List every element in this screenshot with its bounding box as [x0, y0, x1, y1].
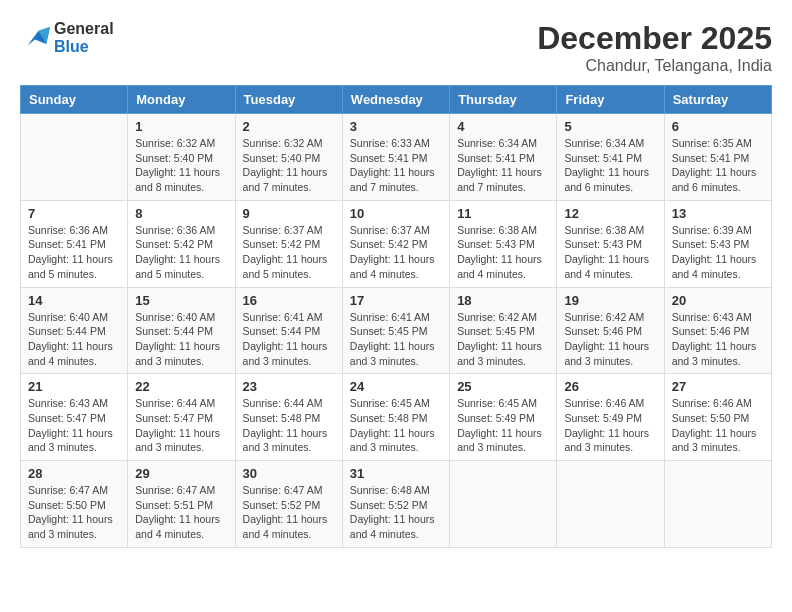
calendar-cell: 13Sunrise: 6:39 AM Sunset: 5:43 PM Dayli…	[664, 200, 771, 287]
calendar-cell: 28Sunrise: 6:47 AM Sunset: 5:50 PM Dayli…	[21, 461, 128, 548]
cell-info: Sunrise: 6:33 AM Sunset: 5:41 PM Dayligh…	[350, 136, 442, 195]
cell-info: Sunrise: 6:35 AM Sunset: 5:41 PM Dayligh…	[672, 136, 764, 195]
cell-info: Sunrise: 6:34 AM Sunset: 5:41 PM Dayligh…	[564, 136, 656, 195]
cell-info: Sunrise: 6:41 AM Sunset: 5:45 PM Dayligh…	[350, 310, 442, 369]
cell-info: Sunrise: 6:43 AM Sunset: 5:47 PM Dayligh…	[28, 396, 120, 455]
cell-info: Sunrise: 6:39 AM Sunset: 5:43 PM Dayligh…	[672, 223, 764, 282]
day-number: 18	[457, 293, 549, 308]
cell-info: Sunrise: 6:45 AM Sunset: 5:48 PM Dayligh…	[350, 396, 442, 455]
col-wednesday: Wednesday	[342, 86, 449, 114]
col-friday: Friday	[557, 86, 664, 114]
day-number: 6	[672, 119, 764, 134]
calendar-body: 1Sunrise: 6:32 AM Sunset: 5:40 PM Daylig…	[21, 114, 772, 548]
calendar-cell: 3Sunrise: 6:33 AM Sunset: 5:41 PM Daylig…	[342, 114, 449, 201]
calendar-cell: 20Sunrise: 6:43 AM Sunset: 5:46 PM Dayli…	[664, 287, 771, 374]
day-number: 24	[350, 379, 442, 394]
day-number: 2	[243, 119, 335, 134]
calendar-cell: 29Sunrise: 6:47 AM Sunset: 5:51 PM Dayli…	[128, 461, 235, 548]
calendar-header: Sunday Monday Tuesday Wednesday Thursday…	[21, 86, 772, 114]
cell-info: Sunrise: 6:38 AM Sunset: 5:43 PM Dayligh…	[564, 223, 656, 282]
calendar-cell	[557, 461, 664, 548]
day-number: 14	[28, 293, 120, 308]
calendar-cell: 9Sunrise: 6:37 AM Sunset: 5:42 PM Daylig…	[235, 200, 342, 287]
col-tuesday: Tuesday	[235, 86, 342, 114]
cell-info: Sunrise: 6:43 AM Sunset: 5:46 PM Dayligh…	[672, 310, 764, 369]
calendar-cell: 30Sunrise: 6:47 AM Sunset: 5:52 PM Dayli…	[235, 461, 342, 548]
day-number: 15	[135, 293, 227, 308]
cell-info: Sunrise: 6:41 AM Sunset: 5:44 PM Dayligh…	[243, 310, 335, 369]
calendar-cell: 17Sunrise: 6:41 AM Sunset: 5:45 PM Dayli…	[342, 287, 449, 374]
day-number: 17	[350, 293, 442, 308]
cell-info: Sunrise: 6:48 AM Sunset: 5:52 PM Dayligh…	[350, 483, 442, 542]
cell-info: Sunrise: 6:42 AM Sunset: 5:45 PM Dayligh…	[457, 310, 549, 369]
cell-info: Sunrise: 6:40 AM Sunset: 5:44 PM Dayligh…	[135, 310, 227, 369]
calendar-cell: 31Sunrise: 6:48 AM Sunset: 5:52 PM Dayli…	[342, 461, 449, 548]
calendar-cell: 2Sunrise: 6:32 AM Sunset: 5:40 PM Daylig…	[235, 114, 342, 201]
day-number: 13	[672, 206, 764, 221]
calendar-cell: 12Sunrise: 6:38 AM Sunset: 5:43 PM Dayli…	[557, 200, 664, 287]
cell-info: Sunrise: 6:46 AM Sunset: 5:49 PM Dayligh…	[564, 396, 656, 455]
month-title: December 2025	[537, 20, 772, 57]
day-number: 10	[350, 206, 442, 221]
calendar-cell: 25Sunrise: 6:45 AM Sunset: 5:49 PM Dayli…	[450, 374, 557, 461]
col-thursday: Thursday	[450, 86, 557, 114]
cell-info: Sunrise: 6:36 AM Sunset: 5:42 PM Dayligh…	[135, 223, 227, 282]
title-block: December 2025 Chandur, Telangana, India	[537, 20, 772, 75]
calendar-cell: 18Sunrise: 6:42 AM Sunset: 5:45 PM Dayli…	[450, 287, 557, 374]
calendar-cell: 22Sunrise: 6:44 AM Sunset: 5:47 PM Dayli…	[128, 374, 235, 461]
day-number: 7	[28, 206, 120, 221]
day-number: 28	[28, 466, 120, 481]
calendar-cell: 14Sunrise: 6:40 AM Sunset: 5:44 PM Dayli…	[21, 287, 128, 374]
week-row-1: 7Sunrise: 6:36 AM Sunset: 5:41 PM Daylig…	[21, 200, 772, 287]
day-number: 8	[135, 206, 227, 221]
day-number: 9	[243, 206, 335, 221]
header-row: Sunday Monday Tuesday Wednesday Thursday…	[21, 86, 772, 114]
calendar-cell: 1Sunrise: 6:32 AM Sunset: 5:40 PM Daylig…	[128, 114, 235, 201]
cell-info: Sunrise: 6:47 AM Sunset: 5:50 PM Dayligh…	[28, 483, 120, 542]
calendar-cell: 7Sunrise: 6:36 AM Sunset: 5:41 PM Daylig…	[21, 200, 128, 287]
cell-info: Sunrise: 6:34 AM Sunset: 5:41 PM Dayligh…	[457, 136, 549, 195]
cell-info: Sunrise: 6:40 AM Sunset: 5:44 PM Dayligh…	[28, 310, 120, 369]
day-number: 27	[672, 379, 764, 394]
cell-info: Sunrise: 6:37 AM Sunset: 5:42 PM Dayligh…	[350, 223, 442, 282]
day-number: 29	[135, 466, 227, 481]
day-number: 1	[135, 119, 227, 134]
day-number: 26	[564, 379, 656, 394]
logo-text: General Blue	[54, 20, 114, 56]
cell-info: Sunrise: 6:47 AM Sunset: 5:51 PM Dayligh…	[135, 483, 227, 542]
col-monday: Monday	[128, 86, 235, 114]
day-number: 12	[564, 206, 656, 221]
calendar-cell	[21, 114, 128, 201]
day-number: 16	[243, 293, 335, 308]
cell-info: Sunrise: 6:42 AM Sunset: 5:46 PM Dayligh…	[564, 310, 656, 369]
cell-info: Sunrise: 6:32 AM Sunset: 5:40 PM Dayligh…	[243, 136, 335, 195]
cell-info: Sunrise: 6:44 AM Sunset: 5:48 PM Dayligh…	[243, 396, 335, 455]
day-number: 21	[28, 379, 120, 394]
week-row-4: 28Sunrise: 6:47 AM Sunset: 5:50 PM Dayli…	[21, 461, 772, 548]
calendar-cell: 24Sunrise: 6:45 AM Sunset: 5:48 PM Dayli…	[342, 374, 449, 461]
cell-info: Sunrise: 6:45 AM Sunset: 5:49 PM Dayligh…	[457, 396, 549, 455]
cell-info: Sunrise: 6:46 AM Sunset: 5:50 PM Dayligh…	[672, 396, 764, 455]
calendar-cell: 5Sunrise: 6:34 AM Sunset: 5:41 PM Daylig…	[557, 114, 664, 201]
calendar-cell: 10Sunrise: 6:37 AM Sunset: 5:42 PM Dayli…	[342, 200, 449, 287]
calendar-cell: 19Sunrise: 6:42 AM Sunset: 5:46 PM Dayli…	[557, 287, 664, 374]
calendar-cell: 23Sunrise: 6:44 AM Sunset: 5:48 PM Dayli…	[235, 374, 342, 461]
calendar-cell	[450, 461, 557, 548]
day-number: 5	[564, 119, 656, 134]
day-number: 20	[672, 293, 764, 308]
calendar-table: Sunday Monday Tuesday Wednesday Thursday…	[20, 85, 772, 548]
col-sunday: Sunday	[21, 86, 128, 114]
cell-info: Sunrise: 6:36 AM Sunset: 5:41 PM Dayligh…	[28, 223, 120, 282]
calendar-cell: 11Sunrise: 6:38 AM Sunset: 5:43 PM Dayli…	[450, 200, 557, 287]
day-number: 25	[457, 379, 549, 394]
calendar-cell: 21Sunrise: 6:43 AM Sunset: 5:47 PM Dayli…	[21, 374, 128, 461]
logo: General Blue	[20, 20, 114, 56]
week-row-2: 14Sunrise: 6:40 AM Sunset: 5:44 PM Dayli…	[21, 287, 772, 374]
calendar-cell	[664, 461, 771, 548]
calendar-cell: 27Sunrise: 6:46 AM Sunset: 5:50 PM Dayli…	[664, 374, 771, 461]
day-number: 30	[243, 466, 335, 481]
week-row-0: 1Sunrise: 6:32 AM Sunset: 5:40 PM Daylig…	[21, 114, 772, 201]
day-number: 19	[564, 293, 656, 308]
cell-info: Sunrise: 6:47 AM Sunset: 5:52 PM Dayligh…	[243, 483, 335, 542]
day-number: 4	[457, 119, 549, 134]
